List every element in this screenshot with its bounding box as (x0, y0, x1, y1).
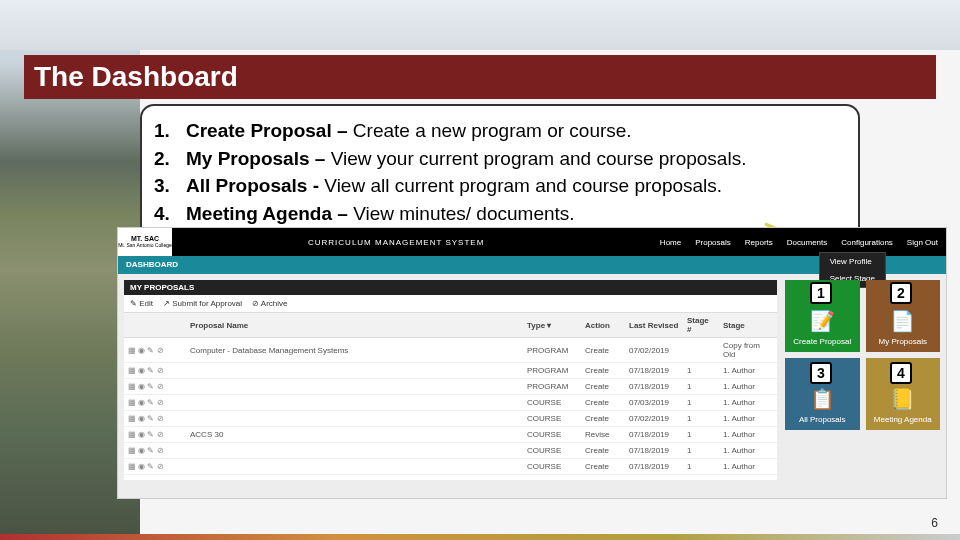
explain-text: Create Proposal – Create a new program o… (186, 118, 632, 144)
cell-type: COURSE (523, 395, 581, 411)
cell-stage-num: 1 (683, 443, 719, 459)
clipboard-icon: 📋 (810, 387, 835, 411)
cell-action: Create (581, 395, 625, 411)
page-number: 6 (931, 516, 938, 530)
footer-color-strip (0, 534, 960, 540)
table-row[interactable]: ▦ ◉ ✎ ⊘COURSECreate07/03/201911. Author (124, 395, 777, 411)
cell-stage: 1. Author (719, 427, 777, 443)
row-action-icons[interactable]: ▦ ◉ ✎ ⊘ (128, 366, 182, 375)
nav-signout[interactable]: Sign Out (907, 238, 938, 247)
panel-actions: ✎ Edit ↗ Submit for Approval ⊘ Archive (124, 295, 777, 312)
annotation-badge-3: 3 (810, 362, 832, 384)
app-navbar: MT. SAC Mt. San Antonio College CURRICUL… (118, 228, 946, 256)
table-row[interactable]: ▦ ◉ ✎ ⊘COURSECreate07/18/201911. Author (124, 443, 777, 459)
cell-stage-num: 1 (683, 363, 719, 379)
cell-date: 07/18/2019 (625, 379, 683, 395)
cell-action: Create (581, 363, 625, 379)
annotation-badge-2: 2 (890, 282, 912, 304)
cell-stage-num (683, 338, 719, 363)
nav-home[interactable]: Home (660, 238, 681, 247)
explain-num: 4. (154, 201, 176, 227)
table-row[interactable]: ▦ ◉ ✎ ⊘PROGRAMCreate07/18/201911. Author (124, 379, 777, 395)
cell-stage: 1. Author (719, 459, 777, 475)
cell-type: PROGRAM (523, 338, 581, 363)
tile-label: All Proposals (799, 415, 846, 424)
cell-date: 07/18/2019 (625, 363, 683, 379)
app-logo: MT. SAC Mt. San Antonio College (118, 228, 172, 256)
row-action-icons[interactable]: ▦ ◉ ✎ ⊘ (128, 382, 182, 391)
row-action-icons[interactable]: ▦ ◉ ✎ ⊘ (128, 398, 182, 407)
annotation-badge-1: 1 (810, 282, 832, 304)
submit-for-approval-button[interactable]: ↗ Submit for Approval (163, 299, 242, 308)
nav-links: Home Proposals Reports Documents Configu… (660, 238, 938, 247)
cell-stage: 1. Author (719, 379, 777, 395)
proposals-table: Proposal Name Type ▾ Action Last Revised… (124, 312, 777, 475)
row-action-icons[interactable]: ▦ ◉ ✎ ⊘ (128, 462, 182, 471)
cell-date: 07/18/2019 (625, 427, 683, 443)
cell-stage: 1. Author (719, 395, 777, 411)
cell-type: COURSE (523, 459, 581, 475)
tile-label: Create Proposal (793, 337, 851, 346)
nav-configurations[interactable]: Configurations (841, 238, 893, 247)
cell-date: 07/02/2019 (625, 411, 683, 427)
cell-stage-num: 1 (683, 379, 719, 395)
notebook-icon: 📒 (890, 387, 915, 411)
table-row[interactable]: ▦ ◉ ✎ ⊘Computer - Database Management Sy… (124, 338, 777, 363)
table-row[interactable]: ▦ ◉ ✎ ⊘ACCS 30COURSERevise07/18/201911. … (124, 427, 777, 443)
cell-type: COURSE (523, 427, 581, 443)
nav-proposals[interactable]: Proposals (695, 238, 731, 247)
cell-type: PROGRAM (523, 363, 581, 379)
row-action-icons[interactable]: ▦ ◉ ✎ ⊘ (128, 430, 182, 439)
explain-num: 1. (154, 118, 176, 144)
row-action-icons[interactable]: ▦ ◉ ✎ ⊘ (128, 414, 182, 423)
explain-text: All Proposals - View all current program… (186, 173, 722, 199)
explanation-box: 1. Create Proposal – Create a new progra… (140, 104, 860, 241)
cell-proposal-name (186, 395, 523, 411)
my-proposals-panel: MY PROPOSALS ✎ Edit ↗ Submit for Approva… (124, 280, 777, 480)
panel-title: MY PROPOSALS (124, 280, 777, 295)
cell-action: Create (581, 443, 625, 459)
cell-date: 07/03/2019 (625, 395, 683, 411)
cell-stage-num: 1 (683, 459, 719, 475)
explain-num: 2. (154, 146, 176, 172)
cell-stage-num: 1 (683, 411, 719, 427)
explain-item-4: 4. Meeting Agenda – View minutes/ docume… (154, 201, 842, 227)
cell-action: Create (581, 459, 625, 475)
cell-stage-num: 1 (683, 395, 719, 411)
cell-date: 07/18/2019 (625, 443, 683, 459)
nav-reports[interactable]: Reports (745, 238, 773, 247)
cell-action: Create (581, 411, 625, 427)
cell-action: Create (581, 379, 625, 395)
cell-proposal-name (186, 411, 523, 427)
document-icon: 📄 (890, 309, 915, 333)
dashboard-tiles: 📝 Create Proposal 📄 My Proposals 📋 All P… (785, 280, 940, 480)
dropdown-view-profile[interactable]: View Profile (820, 253, 885, 270)
table-header-row: Proposal Name Type ▾ Action Last Revised… (124, 313, 777, 338)
archive-button[interactable]: ⊘ Archive (252, 299, 287, 308)
cell-proposal-name: Computer - Database Management Systems (186, 338, 523, 363)
table-row[interactable]: ▦ ◉ ✎ ⊘COURSECreate07/18/201911. Author (124, 459, 777, 475)
cell-stage: 1. Author (719, 411, 777, 427)
row-action-icons[interactable]: ▦ ◉ ✎ ⊘ (128, 346, 182, 355)
explain-item-1: 1. Create Proposal – Create a new progra… (154, 118, 842, 144)
cell-type: COURSE (523, 411, 581, 427)
document-edit-icon: 📝 (810, 309, 835, 333)
tile-label: My Proposals (879, 337, 927, 346)
cell-action: Create (581, 338, 625, 363)
table-row[interactable]: ▦ ◉ ✎ ⊘PROGRAMCreate07/18/201911. Author (124, 363, 777, 379)
explain-text: Meeting Agenda – View minutes/ documents… (186, 201, 575, 227)
cell-action: Revise (581, 427, 625, 443)
row-action-icons[interactable]: ▦ ◉ ✎ ⊘ (128, 446, 182, 455)
cell-stage: Copy from Old (719, 338, 777, 363)
nav-documents[interactable]: Documents (787, 238, 827, 247)
explain-text: My Proposals – View your current program… (186, 146, 746, 172)
cell-proposal-name (186, 459, 523, 475)
annotation-badge-4: 4 (890, 362, 912, 384)
app-system-title: CURRICULUM MANAGEMENT SYSTEM (308, 238, 484, 247)
cell-proposal-name (186, 363, 523, 379)
edit-button[interactable]: ✎ Edit (130, 299, 153, 308)
cell-date: 07/18/2019 (625, 459, 683, 475)
cell-stage-num: 1 (683, 427, 719, 443)
table-row[interactable]: ▦ ◉ ✎ ⊘COURSECreate07/02/201911. Author (124, 411, 777, 427)
cell-stage: 1. Author (719, 443, 777, 459)
